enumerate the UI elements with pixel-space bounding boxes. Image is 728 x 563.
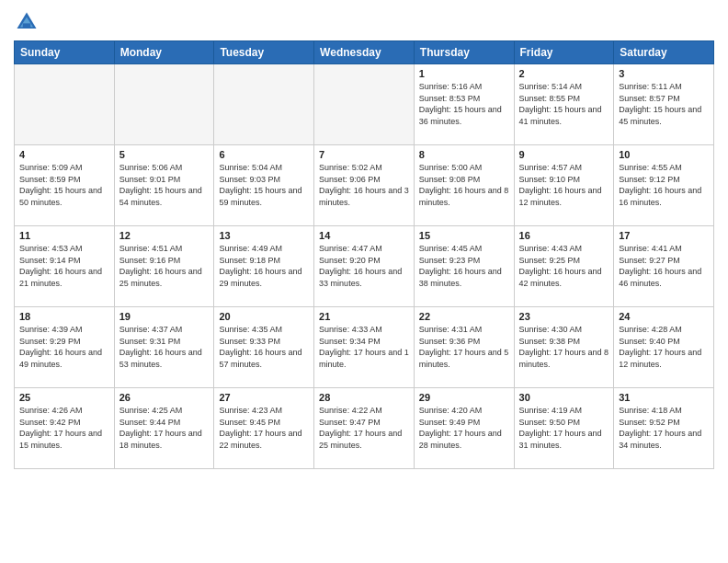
- day-detail: Sunrise: 4:45 AM Sunset: 9:23 PM Dayligh…: [419, 243, 509, 289]
- page: SundayMondayTuesdayWednesdayThursdayFrid…: [0, 0, 728, 478]
- calendar-cell: [15, 64, 115, 145]
- day-detail: Sunrise: 4:37 AM Sunset: 9:31 PM Dayligh…: [119, 324, 210, 370]
- day-detail: Sunrise: 4:20 AM Sunset: 9:49 PM Dayligh…: [419, 405, 509, 451]
- calendar-cell: 14Sunrise: 4:47 AM Sunset: 9:20 PM Dayli…: [314, 226, 415, 307]
- day-number: 11: [19, 230, 109, 241]
- day-detail: Sunrise: 4:28 AM Sunset: 9:40 PM Dayligh…: [619, 324, 709, 370]
- calendar-cell: 2Sunrise: 5:14 AM Sunset: 8:55 PM Daylig…: [514, 64, 614, 145]
- calendar-cell: 20Sunrise: 4:35 AM Sunset: 9:33 PM Dayli…: [214, 307, 314, 388]
- calendar-cell: 23Sunrise: 4:30 AM Sunset: 9:38 PM Dayli…: [514, 307, 614, 388]
- calendar-cell: [114, 64, 214, 145]
- col-header-monday: Monday: [114, 41, 214, 64]
- calendar-cell: 10Sunrise: 4:55 AM Sunset: 9:12 PM Dayli…: [614, 145, 714, 226]
- calendar-cell: 1Sunrise: 5:16 AM Sunset: 8:53 PM Daylig…: [414, 64, 514, 145]
- week-row-1: 1Sunrise: 5:16 AM Sunset: 8:53 PM Daylig…: [15, 64, 714, 145]
- day-detail: Sunrise: 4:25 AM Sunset: 9:44 PM Dayligh…: [119, 405, 210, 451]
- day-number: 1: [419, 68, 509, 79]
- calendar-cell: 24Sunrise: 4:28 AM Sunset: 9:40 PM Dayli…: [614, 307, 714, 388]
- calendar-cell: [214, 64, 314, 145]
- day-detail: Sunrise: 5:11 AM Sunset: 8:57 PM Dayligh…: [619, 81, 709, 127]
- day-detail: Sunrise: 4:35 AM Sunset: 9:33 PM Dayligh…: [219, 324, 309, 370]
- day-detail: Sunrise: 4:51 AM Sunset: 9:16 PM Dayligh…: [119, 243, 210, 289]
- week-row-4: 18Sunrise: 4:39 AM Sunset: 9:29 PM Dayli…: [15, 307, 714, 388]
- calendar-cell: [314, 64, 415, 145]
- day-number: 9: [519, 149, 609, 160]
- week-row-2: 4Sunrise: 5:09 AM Sunset: 8:59 PM Daylig…: [15, 145, 714, 226]
- calendar-cell: 28Sunrise: 4:22 AM Sunset: 9:47 PM Dayli…: [314, 388, 415, 469]
- day-detail: Sunrise: 4:19 AM Sunset: 9:50 PM Dayligh…: [519, 405, 609, 451]
- day-detail: Sunrise: 4:55 AM Sunset: 9:12 PM Dayligh…: [619, 162, 709, 208]
- calendar-cell: 30Sunrise: 4:19 AM Sunset: 9:50 PM Dayli…: [514, 388, 614, 469]
- day-number: 25: [19, 392, 109, 403]
- day-number: 16: [519, 230, 609, 241]
- calendar-cell: 17Sunrise: 4:41 AM Sunset: 9:27 PM Dayli…: [614, 226, 714, 307]
- day-number: 24: [619, 311, 709, 322]
- calendar-cell: 5Sunrise: 5:06 AM Sunset: 9:01 PM Daylig…: [114, 145, 214, 226]
- calendar-cell: 6Sunrise: 5:04 AM Sunset: 9:03 PM Daylig…: [214, 145, 314, 226]
- day-detail: Sunrise: 5:09 AM Sunset: 8:59 PM Dayligh…: [19, 162, 109, 208]
- day-number: 27: [219, 392, 309, 403]
- day-number: 2: [519, 68, 609, 79]
- week-row-5: 25Sunrise: 4:26 AM Sunset: 9:42 PM Dayli…: [15, 388, 714, 469]
- calendar-cell: 29Sunrise: 4:20 AM Sunset: 9:49 PM Dayli…: [414, 388, 514, 469]
- day-number: 13: [219, 230, 309, 241]
- day-detail: Sunrise: 4:31 AM Sunset: 9:36 PM Dayligh…: [419, 324, 509, 370]
- day-detail: Sunrise: 4:57 AM Sunset: 9:10 PM Dayligh…: [519, 162, 609, 208]
- day-detail: Sunrise: 4:18 AM Sunset: 9:52 PM Dayligh…: [619, 405, 709, 451]
- day-number: 14: [319, 230, 409, 241]
- day-number: 3: [619, 68, 709, 79]
- day-detail: Sunrise: 4:43 AM Sunset: 9:25 PM Dayligh…: [519, 243, 609, 289]
- day-number: 29: [419, 392, 509, 403]
- day-number: 17: [619, 230, 709, 241]
- week-row-3: 11Sunrise: 4:53 AM Sunset: 9:14 PM Dayli…: [15, 226, 714, 307]
- logo-icon: [14, 9, 40, 35]
- day-number: 15: [419, 230, 509, 241]
- day-number: 6: [219, 149, 309, 160]
- day-number: 12: [119, 230, 210, 241]
- day-detail: Sunrise: 5:04 AM Sunset: 9:03 PM Dayligh…: [219, 162, 309, 208]
- calendar-cell: 16Sunrise: 4:43 AM Sunset: 9:25 PM Dayli…: [514, 226, 614, 307]
- col-header-friday: Friday: [514, 41, 614, 64]
- day-detail: Sunrise: 4:47 AM Sunset: 9:20 PM Dayligh…: [319, 243, 409, 289]
- day-number: 19: [119, 311, 210, 322]
- col-header-wednesday: Wednesday: [314, 41, 415, 64]
- day-detail: Sunrise: 5:16 AM Sunset: 8:53 PM Dayligh…: [419, 81, 509, 127]
- calendar-cell: 12Sunrise: 4:51 AM Sunset: 9:16 PM Dayli…: [114, 226, 214, 307]
- col-header-sunday: Sunday: [15, 41, 115, 64]
- day-number: 22: [419, 311, 509, 322]
- day-number: 7: [319, 149, 409, 160]
- day-detail: Sunrise: 4:49 AM Sunset: 9:18 PM Dayligh…: [219, 243, 309, 289]
- col-header-tuesday: Tuesday: [214, 41, 314, 64]
- day-detail: Sunrise: 4:26 AM Sunset: 9:42 PM Dayligh…: [19, 405, 109, 451]
- calendar-cell: 18Sunrise: 4:39 AM Sunset: 9:29 PM Dayli…: [15, 307, 115, 388]
- calendar-cell: 25Sunrise: 4:26 AM Sunset: 9:42 PM Dayli…: [15, 388, 115, 469]
- header-row: SundayMondayTuesdayWednesdayThursdayFrid…: [15, 41, 714, 64]
- logo: [14, 9, 43, 35]
- calendar-cell: 13Sunrise: 4:49 AM Sunset: 9:18 PM Dayli…: [214, 226, 314, 307]
- calendar-cell: 3Sunrise: 5:11 AM Sunset: 8:57 PM Daylig…: [614, 64, 714, 145]
- col-header-saturday: Saturday: [614, 41, 714, 64]
- day-detail: Sunrise: 4:39 AM Sunset: 9:29 PM Dayligh…: [19, 324, 109, 370]
- day-detail: Sunrise: 5:06 AM Sunset: 9:01 PM Dayligh…: [119, 162, 210, 208]
- calendar-cell: 22Sunrise: 4:31 AM Sunset: 9:36 PM Dayli…: [414, 307, 514, 388]
- header: [14, 9, 714, 35]
- calendar-cell: 11Sunrise: 4:53 AM Sunset: 9:14 PM Dayli…: [15, 226, 115, 307]
- day-number: 30: [519, 392, 609, 403]
- calendar-cell: 19Sunrise: 4:37 AM Sunset: 9:31 PM Dayli…: [114, 307, 214, 388]
- day-detail: Sunrise: 4:53 AM Sunset: 9:14 PM Dayligh…: [19, 243, 109, 289]
- day-detail: Sunrise: 4:33 AM Sunset: 9:34 PM Dayligh…: [319, 324, 409, 370]
- calendar-cell: 21Sunrise: 4:33 AM Sunset: 9:34 PM Dayli…: [314, 307, 415, 388]
- calendar-cell: 31Sunrise: 4:18 AM Sunset: 9:52 PM Dayli…: [614, 388, 714, 469]
- calendar-cell: 9Sunrise: 4:57 AM Sunset: 9:10 PM Daylig…: [514, 145, 614, 226]
- day-number: 31: [619, 392, 709, 403]
- calendar-cell: 7Sunrise: 5:02 AM Sunset: 9:06 PM Daylig…: [314, 145, 415, 226]
- calendar-cell: 26Sunrise: 4:25 AM Sunset: 9:44 PM Dayli…: [114, 388, 214, 469]
- svg-rect-2: [23, 23, 30, 29]
- day-number: 21: [319, 311, 409, 322]
- calendar-cell: 27Sunrise: 4:23 AM Sunset: 9:45 PM Dayli…: [214, 388, 314, 469]
- day-number: 8: [419, 149, 509, 160]
- day-number: 10: [619, 149, 709, 160]
- calendar-cell: 15Sunrise: 4:45 AM Sunset: 9:23 PM Dayli…: [414, 226, 514, 307]
- day-detail: Sunrise: 4:41 AM Sunset: 9:27 PM Dayligh…: [619, 243, 709, 289]
- calendar-table: SundayMondayTuesdayWednesdayThursdayFrid…: [14, 40, 714, 469]
